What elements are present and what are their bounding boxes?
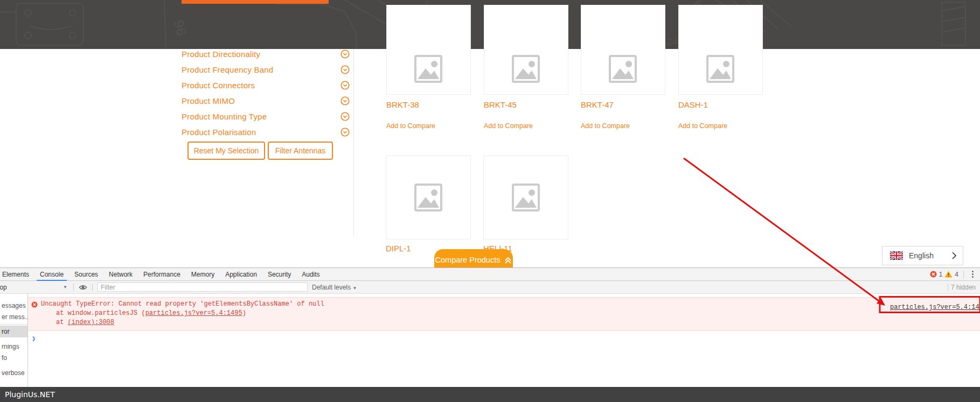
sidebar-item-errors[interactable]: ror bbox=[0, 326, 27, 337]
uk-flag-icon bbox=[890, 251, 903, 260]
filter-group-connectors[interactable]: Product Connectors bbox=[182, 77, 350, 93]
toolbar-separator bbox=[948, 284, 948, 291]
stack-source-link[interactable]: (index):3008 bbox=[68, 319, 114, 326]
product-title[interactable]: DIPL-1 bbox=[386, 244, 411, 253]
chevron-down-circle-icon[interactable] bbox=[340, 96, 350, 105]
reset-selection-button[interactable]: Reset My Selection bbox=[187, 142, 265, 160]
stack-source-link[interactable]: particles.js?ver=5.4:1495 bbox=[145, 309, 242, 317]
filter-group-frequency-band[interactable]: Product Frequency Band bbox=[182, 62, 350, 77]
product-card-heli-11[interactable] bbox=[483, 156, 568, 239]
sidebar-item-verbose[interactable]: verbose bbox=[0, 368, 27, 379]
stack-trace-line: at window.particlesJS (particles.js?ver=… bbox=[41, 309, 976, 318]
sidebar-item-info[interactable]: fo bbox=[0, 352, 27, 364]
add-to-compare-link[interactable]: Add to Compare bbox=[678, 122, 727, 130]
tab-application[interactable]: Application bbox=[220, 268, 262, 280]
svg-text:96: 96 bbox=[170, 18, 190, 38]
filter-group-mounting-type[interactable]: Product Mounting Type bbox=[182, 109, 350, 124]
filter-group-polarisation[interactable]: Product Polarisation bbox=[182, 124, 350, 140]
tab-audits[interactable]: Audits bbox=[296, 268, 325, 280]
image-placeholder-icon bbox=[414, 54, 443, 83]
tabbar-spacer bbox=[325, 268, 930, 280]
sidebar-divider bbox=[0, 324, 27, 325]
error-count: 1 bbox=[939, 271, 943, 278]
language-selector[interactable]: English bbox=[882, 246, 963, 265]
double-chevron-up-icon bbox=[504, 257, 512, 264]
tab-security[interactable]: Security bbox=[262, 268, 296, 280]
prompt-chevron-icon: ❯ bbox=[32, 335, 36, 343]
chevron-right-icon bbox=[952, 252, 956, 259]
filter-group-label: Product MIMO bbox=[182, 96, 235, 105]
sidebar-item-user-messages[interactable]: er mess... bbox=[0, 312, 27, 323]
tab-console[interactable]: Console bbox=[34, 268, 69, 280]
devtools-menu-icon[interactable] bbox=[969, 271, 977, 278]
live-expression-eye-icon[interactable] bbox=[77, 283, 89, 292]
caret-down-icon: ▼ bbox=[63, 285, 67, 290]
console-sidebar: essages er mess... ror rnings fo verbose bbox=[0, 294, 28, 387]
tab-memory[interactable]: Memory bbox=[186, 268, 220, 280]
caret-down-icon: ▼ bbox=[352, 286, 357, 291]
page: 96 240 Product Directionality Product Fr… bbox=[0, 0, 980, 402]
product-card-dash-1[interactable] bbox=[678, 5, 763, 95]
error-circle-icon bbox=[31, 301, 38, 308]
log-levels-label: Default levels bbox=[312, 284, 351, 291]
product-title[interactable]: BRKT-47 bbox=[581, 100, 614, 109]
warning-badge-icon bbox=[944, 271, 953, 278]
filter-group-label: Product Directionality bbox=[182, 50, 260, 59]
console-prompt[interactable]: ❯ bbox=[28, 334, 980, 343]
error-badge-icon bbox=[930, 271, 937, 278]
console-status-badges[interactable]: 1 4 bbox=[930, 268, 980, 280]
filter-group-directionality[interactable]: Product Directionality bbox=[182, 46, 350, 62]
toolbar-separator bbox=[963, 271, 964, 278]
sidebar-divider bbox=[353, 49, 354, 235]
chevron-down-circle-icon[interactable] bbox=[340, 81, 350, 90]
add-to-compare-link[interactable]: Add to Compare bbox=[581, 122, 630, 130]
product-card-brkt-45[interactable] bbox=[484, 5, 568, 95]
product-title[interactable]: DASH-1 bbox=[678, 100, 708, 109]
product-card-brkt-47[interactable] bbox=[581, 5, 665, 95]
chevron-down-circle-icon[interactable] bbox=[340, 128, 350, 137]
filter-antennas-button[interactable]: Filter Antennas bbox=[268, 142, 333, 160]
tab-performance[interactable]: Performance bbox=[138, 268, 186, 280]
product-card-dipl-1[interactable] bbox=[386, 156, 471, 239]
product-title[interactable]: BRKT-45 bbox=[484, 100, 517, 109]
filter-group-mimo[interactable]: Product MIMO bbox=[182, 93, 350, 109]
product-card-brkt-38[interactable] bbox=[386, 5, 471, 95]
product-title[interactable]: BRKT-38 bbox=[386, 100, 419, 109]
chevron-down-circle-icon[interactable] bbox=[340, 65, 350, 74]
add-to-compare-link[interactable]: Add to Compare bbox=[386, 122, 435, 130]
devtools-tab-bar: Elements Console Sources Network Perform… bbox=[0, 268, 980, 281]
image-placeholder-icon bbox=[706, 54, 735, 83]
console-error-entry: Uncaught TypeError: Cannot read property… bbox=[28, 297, 980, 331]
chevron-down-circle-icon[interactable] bbox=[340, 50, 350, 59]
console-filter-input[interactable] bbox=[98, 283, 308, 292]
filter-group-label: Product Frequency Band bbox=[182, 65, 273, 74]
error-message-line: Uncaught TypeError: Cannot read property… bbox=[41, 300, 976, 309]
compare-products-label: Compare Products bbox=[435, 256, 501, 264]
hero-orange-bar[interactable] bbox=[182, 0, 329, 4]
add-to-compare-link[interactable]: Add to Compare bbox=[484, 122, 533, 130]
filter-panel: Product Directionality Product Frequency… bbox=[182, 46, 350, 140]
tab-network[interactable]: Network bbox=[103, 268, 138, 280]
toolbar-separator bbox=[92, 284, 93, 291]
error-source-link[interactable]: particles.js?ver=5.4:1495 bbox=[890, 303, 980, 312]
warning-count: 4 bbox=[955, 271, 958, 278]
chevron-down-circle-icon[interactable] bbox=[340, 112, 350, 121]
footer-bar: PluginUs.NET bbox=[0, 387, 980, 402]
console-log-area: Uncaught TypeError: Cannot read property… bbox=[28, 294, 980, 387]
log-levels-dropdown[interactable]: Default levels ▼ bbox=[312, 284, 357, 291]
tab-elements[interactable]: Elements bbox=[0, 268, 34, 280]
sidebar-item-warnings[interactable]: rnings bbox=[0, 341, 27, 352]
image-placeholder-icon bbox=[414, 183, 443, 212]
console-toolbar: top ▼ Default levels ▼ 7 hidden bbox=[0, 281, 980, 294]
filter-actions: Reset My Selection Filter Antennas bbox=[187, 142, 333, 160]
hidden-messages-count: 7 hidden bbox=[951, 284, 976, 291]
devtools-panel: Elements Console Sources Network Perform… bbox=[0, 267, 980, 387]
tab-sources[interactable]: Sources bbox=[69, 268, 103, 280]
sidebar-item-messages[interactable]: essages bbox=[0, 300, 27, 312]
filter-group-label: Product Polarisation bbox=[182, 128, 256, 137]
image-placeholder-icon bbox=[608, 54, 637, 83]
toolbar-separator bbox=[73, 284, 74, 291]
language-label: English bbox=[909, 251, 952, 260]
stack-trace-line: at (index):3008 bbox=[41, 318, 976, 327]
context-selector[interactable]: top ▼ bbox=[0, 284, 71, 291]
